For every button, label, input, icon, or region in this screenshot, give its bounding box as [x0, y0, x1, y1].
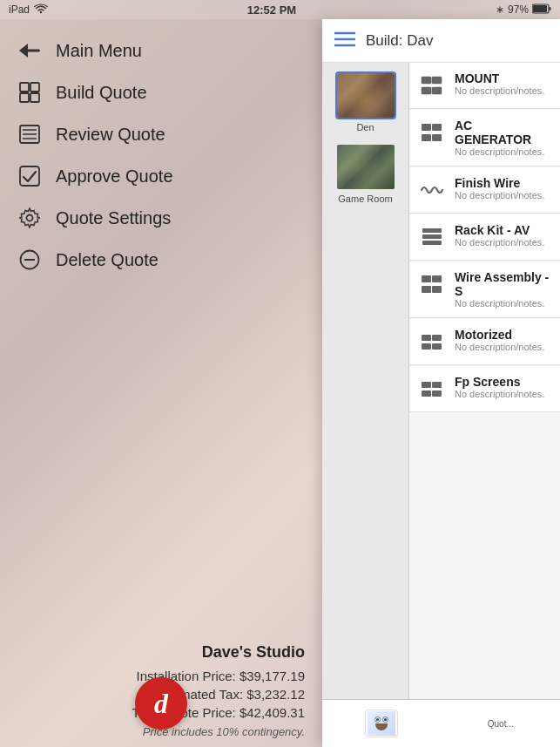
- item-desc-rack-kit-av: No description/notes.: [455, 237, 551, 248]
- sidebar-item-delete-quote[interactable]: Delete Quote: [0, 239, 322, 281]
- item-text-motorized: Motorized No description/notes.: [455, 328, 551, 352]
- svg-rect-28: [422, 228, 442, 233]
- svg-rect-39: [422, 382, 431, 388]
- item-text-wire-assembly: Wire Assembly - S No description/notes.: [455, 270, 551, 309]
- svg-rect-38: [432, 343, 442, 350]
- svg-rect-34: [432, 286, 442, 293]
- svg-rect-22: [422, 87, 431, 94]
- sidebar-item-review-quote[interactable]: Review Quote: [0, 113, 322, 155]
- list-item[interactable]: AC GENERATOR No description/notes.: [409, 110, 560, 166]
- item-desc-motorized: No description/notes.: [455, 342, 551, 352]
- item-name-fp-screens: Fp Screens: [455, 375, 551, 389]
- item-text-fp-screens: Fp Screens No description/notes.: [455, 375, 551, 399]
- room-item-game-room[interactable]: Game Room: [335, 143, 396, 204]
- battery-percent: 97%: [508, 3, 529, 16]
- bluetooth-icon: ∗: [496, 3, 504, 16]
- hamburger-icon[interactable]: [334, 31, 355, 51]
- room-label-game-room: Game Room: [338, 194, 392, 204]
- item-name-mount: MOUNT: [455, 71, 551, 85]
- svg-rect-13: [20, 166, 39, 186]
- svg-rect-6: [30, 83, 39, 92]
- room-thumbnail-game-room: [335, 143, 396, 191]
- approve-quote-label: Approve Quote: [56, 166, 173, 187]
- item-icon-finish-wire: [418, 176, 446, 204]
- room-image-game-room: [337, 145, 395, 189]
- item-name-motorized: Motorized: [455, 328, 551, 342]
- svg-rect-8: [30, 93, 39, 102]
- sidebar-item-build-quote[interactable]: Build Quote: [0, 71, 322, 113]
- quote-settings-label: Quote Settings: [56, 208, 171, 228]
- sidebar-item-main-menu[interactable]: Main Menu: [0, 30, 322, 71]
- grid-icon: [17, 80, 42, 105]
- logo-letter: d: [154, 688, 168, 720]
- item-text-finish-wire: Finish Wire No description/notes.: [455, 176, 551, 200]
- status-bar: iPad 12:52 PM ∗ 97%: [0, 0, 560, 19]
- list-item[interactable]: Fp Screens No description/notes.: [409, 366, 560, 412]
- item-icon-mount: [418, 71, 446, 99]
- back-arrow-icon: [17, 38, 42, 63]
- svg-rect-35: [422, 335, 431, 341]
- svg-rect-7: [20, 93, 29, 102]
- svg-rect-42: [432, 390, 442, 397]
- sidebar-item-quote-settings[interactable]: Quote Settings: [0, 197, 322, 239]
- sidebar: Main Menu Build Quote: [0, 19, 322, 747]
- room-thumbnail-den: [335, 71, 396, 119]
- item-desc-wire-assembly: No description/notes.: [455, 298, 551, 309]
- svg-rect-27: [432, 134, 442, 141]
- right-panel: Build: Dav Den Game Room: [322, 19, 560, 747]
- item-icon-motorized: [418, 328, 446, 356]
- item-desc-mount: No description/notes.: [455, 85, 551, 96]
- room-label-den: Den: [356, 122, 374, 132]
- svg-rect-41: [422, 390, 431, 397]
- list-item[interactable]: Rack Kit - AV No description/notes.: [409, 214, 560, 261]
- svg-rect-2: [533, 5, 547, 12]
- svg-rect-26: [422, 134, 431, 141]
- gear-icon: [17, 206, 42, 230]
- svg-rect-5: [20, 83, 29, 92]
- panel-tabbar: Quot...: [322, 699, 560, 747]
- svg-rect-32: [432, 275, 442, 282]
- list-item[interactable]: Motorized No description/notes.: [409, 319, 560, 365]
- battery-icon: [532, 3, 551, 17]
- svg-rect-31: [422, 275, 431, 282]
- items-list: MOUNT No description/notes. AC GENERATOR: [409, 63, 560, 699]
- rooms-list: Den Game Room: [322, 63, 409, 699]
- item-name-finish-wire: Finish Wire: [455, 176, 551, 190]
- logo-circle: d: [135, 677, 187, 730]
- panel-title: Build: Dav: [366, 32, 548, 50]
- room-item-den[interactable]: Den: [335, 71, 396, 132]
- tab-logo-inner: [368, 711, 395, 736]
- item-name-ac-generator: AC GENERATOR: [455, 119, 551, 146]
- tab-quote[interactable]: Quot...: [442, 716, 561, 732]
- item-name-wire-assembly: Wire Assembly - S: [455, 270, 551, 298]
- svg-rect-36: [432, 335, 442, 341]
- item-text-ac-generator: AC GENERATOR No description/notes.: [455, 119, 551, 157]
- list-item[interactable]: Finish Wire No description/notes.: [409, 167, 560, 214]
- svg-rect-29: [422, 234, 442, 239]
- item-desc-finish-wire: No description/notes.: [455, 190, 551, 200]
- delete-quote-label: Delete Quote: [56, 250, 159, 270]
- main-menu-label: Main Menu: [56, 41, 142, 61]
- status-left: iPad: [9, 3, 48, 17]
- checkmark-icon: [17, 164, 42, 188]
- item-desc-ac-generator: No description/notes.: [455, 146, 551, 157]
- menu-items: Main Menu Build Quote: [0, 19, 322, 291]
- ipad-label: iPad: [9, 3, 30, 16]
- svg-rect-20: [422, 77, 431, 84]
- wifi-icon: [34, 3, 48, 17]
- svg-rect-25: [432, 124, 442, 131]
- svg-rect-33: [422, 286, 431, 293]
- svg-rect-4: [26, 50, 40, 52]
- svg-rect-21: [432, 77, 442, 84]
- list-item[interactable]: Wire Assembly - S No description/notes.: [409, 261, 560, 318]
- svg-rect-40: [432, 382, 442, 388]
- build-quote-label: Build Quote: [56, 83, 147, 103]
- sidebar-item-approve-quote[interactable]: Approve Quote: [0, 155, 322, 197]
- status-time: 12:52 PM: [247, 3, 296, 17]
- item-icon-wire-assembly: [418, 270, 446, 298]
- list-item[interactable]: MOUNT No description/notes.: [409, 63, 560, 109]
- svg-rect-24: [422, 124, 431, 131]
- svg-rect-37: [422, 343, 431, 350]
- room-image-den: [337, 73, 395, 118]
- tab-logo[interactable]: [322, 706, 442, 741]
